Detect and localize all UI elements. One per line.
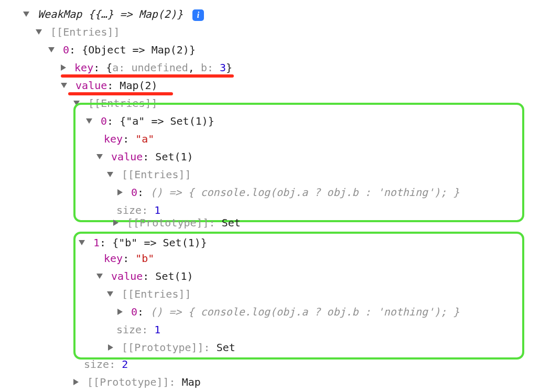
key-label: key (74, 61, 93, 74)
highlight-box-b: key: "b" value: Set(1) [[Entries]] 0: ()… (73, 232, 524, 360)
chevron-down-icon[interactable] (107, 291, 113, 297)
chevron-down-icon[interactable] (23, 12, 29, 17)
chevron-down-icon[interactable] (86, 118, 92, 124)
chevron-down-icon[interactable] (107, 172, 113, 177)
entry-0-value[interactable]: value: Map(2) (10, 77, 540, 94)
chevron-down-icon[interactable] (96, 274, 103, 279)
chevron-down-icon[interactable] (48, 47, 55, 52)
map-size: size: 2 (10, 355, 540, 373)
chevron-right-icon[interactable] (108, 344, 113, 351)
entry-index: 0 (63, 43, 69, 56)
e1-size: size: 1 (75, 321, 519, 339)
chevron-right-icon[interactable] (113, 220, 118, 226)
chevron-down-icon[interactable] (96, 154, 103, 159)
chevron-right-icon[interactable] (61, 64, 66, 71)
root-label: WeakMap {{…} => Map(2)} (38, 8, 183, 20)
entries-node[interactable]: [[Entries]] (10, 23, 540, 41)
tree-root[interactable]: WeakMap {{…} => Map(2)} i (10, 5, 540, 23)
e1-prototype[interactable]: [[Prototype]]: Set (75, 339, 519, 356)
e0-prototype[interactable]: [[Prototype]]: Set (10, 214, 540, 232)
info-icon[interactable]: i (192, 9, 204, 21)
chevron-down-icon[interactable] (61, 83, 67, 88)
map-prototype[interactable]: [[Prototype]]: Map (10, 373, 540, 391)
entry-0-key[interactable]: key: {a: undefined, b: 3} (10, 59, 540, 77)
e1-value[interactable]: value: Set(1) (75, 267, 519, 285)
entry-header: {Object => Map(2)} (82, 43, 196, 56)
chevron-right-icon[interactable] (117, 189, 123, 195)
e1-fn[interactable]: 0: () => { console.log(obj.a ? obj.b : '… (75, 303, 519, 321)
entry-index: 0 (101, 115, 107, 127)
e0-key: key: "a" (75, 130, 519, 148)
e0-value[interactable]: value: Set(1) (75, 148, 519, 166)
e1-entries[interactable]: [[Entries]] (75, 285, 519, 303)
e0-fn[interactable]: 0: () => { console.log(obj.a ? obj.b : '… (75, 183, 519, 201)
chevron-right-icon[interactable] (117, 309, 123, 315)
value-preview: Map(2) (120, 79, 157, 92)
entry-header: {"a" => Set(1)} (120, 115, 214, 127)
chevron-right-icon[interactable] (73, 379, 79, 385)
chevron-down-icon[interactable] (36, 29, 42, 35)
e0-entries[interactable]: [[Entries]] (75, 166, 519, 183)
highlight-box-a: 0: {"a" => Set(1)} key: "a" value: Set(1… (73, 103, 524, 222)
entries-label: [[Entries]] (50, 26, 120, 38)
value-label: value (75, 79, 107, 92)
map-entry-0[interactable]: 0: {"a" => Set(1)} (75, 112, 519, 130)
e1-key: key: "b" (75, 249, 519, 267)
entry-0[interactable]: 0: {Object => Map(2)} (10, 41, 540, 59)
